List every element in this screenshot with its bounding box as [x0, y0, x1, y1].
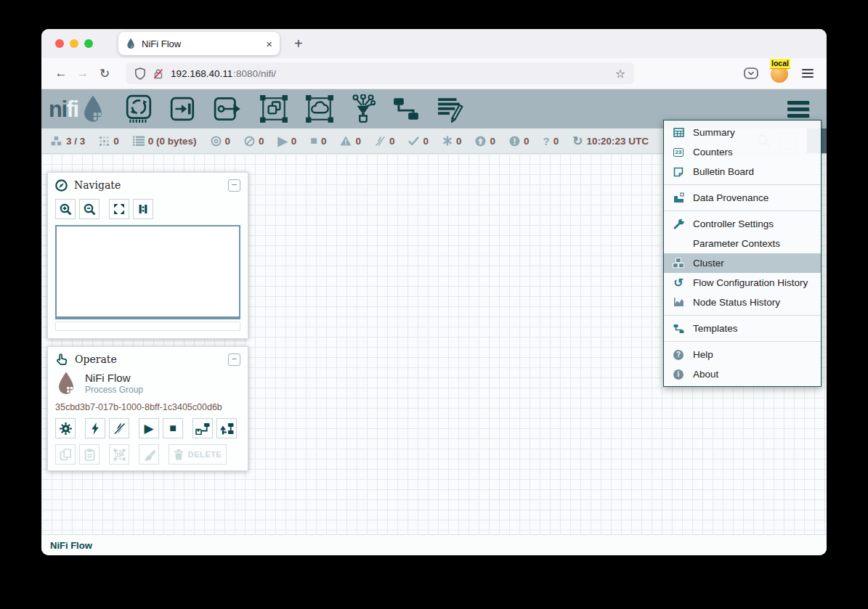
browser-tab[interactable]: NiFi Flow × [118, 32, 280, 55]
stat-queued: 0 (0 bytes) [133, 136, 197, 147]
history-icon: ↺ [671, 277, 686, 289]
menu-item-flow-configuration-history[interactable]: ↺ Flow Configuration History [664, 273, 821, 293]
birdseye-brush[interactable] [55, 322, 240, 331]
new-tab-button[interactable]: + [288, 29, 309, 58]
color-button[interactable] [139, 444, 159, 465]
url-bar[interactable]: 192.168.40.11 :8080/nifi/ ☆ [126, 62, 634, 84]
navigate-title: Navigate [74, 179, 222, 191]
locally-modified-asterisk-icon [442, 136, 453, 146]
tab-title: NiFi Flow [142, 38, 266, 49]
url-host: 192.168.40.11 [171, 68, 232, 79]
logo-text-fi: fi [67, 97, 78, 122]
stat-transmitting: 0 [211, 136, 231, 147]
trash-icon [174, 449, 184, 460]
close-window-button[interactable] [55, 39, 64, 48]
menu-item-bulletin-board[interactable]: Bulletin Board [664, 162, 821, 181]
paste-button[interactable] [79, 444, 100, 465]
menu-item-node-status-history[interactable]: Node Status History [664, 293, 821, 312]
container-tab-badge: local [770, 59, 790, 69]
forward-button[interactable]: → [72, 62, 94, 84]
menu-divider [664, 341, 821, 342]
remote-process-group-component-icon[interactable] [305, 94, 334, 123]
navigate-palette: Navigate − [47, 172, 248, 339]
container-account-avatar[interactable]: local [770, 64, 790, 83]
menu-label: Bulletin Board [693, 166, 754, 177]
operate-collapse-button[interactable]: − [228, 353, 240, 366]
operate-header[interactable]: Operate − [55, 351, 240, 367]
running-icon: ▶ [278, 135, 288, 147]
zoom-fit-button[interactable] [109, 199, 129, 219]
insecure-lock-icon[interactable] [153, 68, 164, 79]
navigate-buttons [55, 199, 240, 219]
navigate-header[interactable]: Navigate − [55, 177, 240, 193]
zoom-in-button[interactable] [55, 199, 76, 219]
tracking-protection-shield-icon[interactable] [134, 68, 146, 80]
menu-item-parameter-contexts[interactable]: Parameter Contexts [664, 234, 821, 253]
stat-invalid: 0 [340, 136, 361, 147]
menu-item-help[interactable]: ? Help [664, 345, 821, 364]
invalid-count: 0 [355, 136, 361, 147]
compass-icon [55, 179, 68, 192]
not-transmitting-icon [244, 136, 255, 147]
menu-item-data-provenance[interactable]: Data Provenance [664, 188, 821, 208]
active-threads-count: 0 [113, 136, 119, 147]
pocket-icon[interactable] [744, 68, 758, 80]
birdseye-view[interactable] [55, 225, 240, 319]
zoom-actual-size-button[interactable] [133, 199, 153, 219]
cluster-cubes-icon [671, 258, 686, 269]
disable-button[interactable] [109, 418, 129, 438]
templates-icon [671, 324, 686, 334]
template-component-icon[interactable] [392, 96, 420, 122]
menu-item-controller-settings[interactable]: Controller Settings [664, 214, 821, 234]
process-group-component-icon[interactable] [259, 94, 288, 123]
menu-item-cluster[interactable]: Cluster [664, 253, 821, 273]
zoom-out-button[interactable] [79, 199, 100, 219]
input-port-component-icon[interactable] [169, 97, 197, 121]
group-button[interactable] [109, 444, 129, 465]
delete-button[interactable]: DELETE [169, 444, 227, 465]
stopped-count: 0 [321, 136, 327, 147]
tab-bar: NiFi Flow × + [41, 29, 827, 58]
menu-item-counters[interactable]: 23 Counters [664, 142, 821, 162]
start-button[interactable]: ▶ [139, 418, 159, 438]
stale-up-arrow-icon [475, 136, 486, 147]
change-flow-version-button[interactable] [216, 418, 237, 438]
process-group-drop-icon [55, 369, 77, 397]
output-port-component-icon[interactable] [214, 97, 243, 121]
configure-button[interactable] [55, 418, 76, 438]
logo-text-ni: ni [49, 97, 67, 122]
operate-palette: Operate − NiFi Flow Process Group 35cbd3… [47, 346, 248, 471]
label-component-icon[interactable] [437, 95, 464, 123]
breadcrumb-root[interactable]: NiFi Flow [50, 540, 92, 551]
stat-up-to-date: 0 [408, 136, 429, 147]
menu-item-about[interactable]: i About [664, 364, 821, 384]
enable-button[interactable] [85, 418, 105, 438]
back-button[interactable]: ← [50, 62, 72, 84]
bookmark-star-icon[interactable]: ☆ [615, 67, 625, 81]
save-flow-version-button[interactable] [192, 418, 213, 438]
menu-label: Counters [693, 147, 733, 158]
funnel-component-icon[interactable] [351, 94, 376, 123]
hand-pointer-icon [55, 353, 68, 366]
selected-component: NiFi Flow Process Group [55, 369, 240, 397]
refresh-icon[interactable]: ↻ [572, 134, 583, 149]
stat-running: ▶ 0 [278, 135, 297, 147]
reload-button[interactable]: ↻ [94, 62, 115, 84]
bulletin-board-icon [671, 167, 686, 177]
running-count: 0 [291, 136, 297, 147]
menu-item-summary[interactable]: Summary [664, 123, 821, 142]
zoom-window-button[interactable] [84, 39, 93, 48]
minimize-window-button[interactable] [70, 39, 78, 48]
menu-label: Templates [693, 323, 738, 334]
navigate-collapse-button[interactable]: − [228, 179, 240, 192]
stop-button[interactable]: ■ [163, 418, 183, 438]
copy-button[interactable] [55, 444, 76, 465]
sync-failure-question-icon: ? [543, 136, 549, 147]
firefox-window: NiFi Flow × + ← → ↻ 192.168.40.11 :8080/… [41, 29, 827, 555]
menu-item-templates[interactable]: Templates [664, 319, 821, 338]
stat-locally-modified: 0 [442, 136, 462, 147]
global-menu-button[interactable] [787, 101, 809, 118]
firefox-menu-icon[interactable] [802, 69, 814, 78]
processor-component-icon[interactable] [125, 94, 153, 123]
close-tab-icon[interactable]: × [266, 38, 272, 49]
